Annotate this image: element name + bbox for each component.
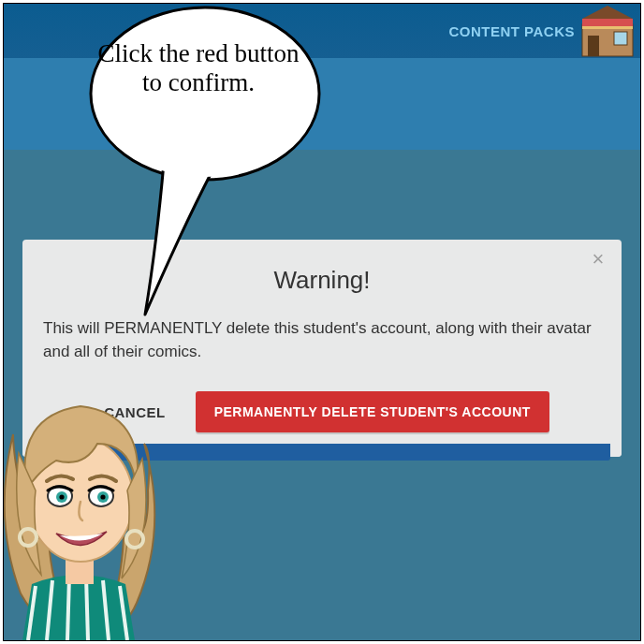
avatar <box>4 350 163 640</box>
svg-rect-3 <box>588 36 599 56</box>
app-frame: CONTENT PACKS × Warning! This will PERMA… <box>3 3 641 641</box>
permanently-delete-button[interactable]: PERMANENTLY DELETE STUDENT'S ACCOUNT <box>196 391 549 432</box>
svg-line-11 <box>86 577 88 640</box>
svg-rect-4 <box>614 32 627 45</box>
header-band <box>4 58 640 150</box>
content-packs-link[interactable]: CONTENT PACKS <box>448 23 575 39</box>
top-bar: CONTENT PACKS <box>4 4 640 58</box>
store-icon[interactable] <box>578 4 637 58</box>
svg-rect-1 <box>582 19 633 26</box>
svg-line-10 <box>67 577 69 640</box>
dialog-title: Warning! <box>43 266 601 295</box>
svg-point-20 <box>59 494 64 499</box>
svg-rect-5 <box>582 26 633 29</box>
svg-point-21 <box>100 494 105 499</box>
svg-marker-2 <box>582 6 633 19</box>
close-icon[interactable]: × <box>588 249 608 270</box>
